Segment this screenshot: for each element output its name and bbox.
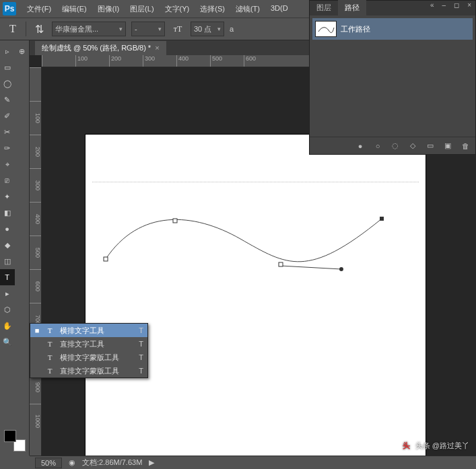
ruler-tick: 200 (30, 135, 41, 168)
tool-button[interactable]: ⎚ (0, 172, 15, 188)
ruler-tick: 1000 (30, 404, 41, 437)
document-tab[interactable]: 绘制虚线 @ 50% (路径, RGB/8) * × (35, 41, 166, 55)
tool-button[interactable]: ✋ (0, 318, 15, 334)
flyout-item[interactable]: T直排文字工具T (30, 337, 147, 351)
tool-button[interactable] (15, 269, 30, 285)
watermark: 头 头条 @路过美丫 (401, 439, 469, 452)
ruler-tick: 100 (30, 101, 41, 135)
tool-button[interactable]: ▭ (0, 59, 15, 75)
tool-button[interactable] (15, 140, 30, 156)
svg-rect-1 (104, 257, 108, 261)
panel-action-icon[interactable]: ▣ (442, 140, 454, 152)
min-icon[interactable]: – (440, 1, 448, 9)
tab-layers[interactable]: 图层 (310, 0, 338, 15)
flyout-item[interactable]: T直排文字蒙版工具T (30, 364, 147, 377)
tool-button[interactable] (15, 334, 30, 350)
tool-button[interactable]: ◯ (0, 75, 15, 92)
tool-button[interactable] (15, 301, 30, 318)
panel-action-icon[interactable]: ◌ (389, 140, 401, 152)
document-tab-title: 绘制虚线 @ 50% (路径, RGB/8) * (42, 43, 151, 53)
watermark-badge-icon: 头 (401, 439, 413, 452)
tool-button[interactable]: ⌖ (0, 156, 15, 172)
tool-button[interactable]: ▸ (0, 285, 15, 301)
tool-button[interactable] (15, 285, 30, 301)
font-size-icon: тT (170, 22, 185, 36)
tool-button[interactable] (15, 172, 30, 188)
tool-button[interactable]: ⊕ (15, 43, 30, 59)
tool-button[interactable] (15, 205, 30, 221)
anti-alias-label: a (230, 25, 234, 33)
tool-button[interactable]: ✑ (0, 140, 15, 156)
tool-button[interactable]: ✂ (0, 124, 15, 140)
tool-button[interactable]: ◫ (0, 253, 15, 269)
close-icon[interactable]: × (465, 1, 473, 9)
menu-item[interactable]: 文字(Y) (160, 1, 195, 17)
font-family-dropdown[interactable]: 华康俪金黑...▾ (52, 22, 126, 36)
path-thumb-icon (315, 21, 337, 37)
sync-icon[interactable]: ◉ (69, 458, 75, 467)
status-bar: 50% ◉ 文档:2.86M/7.63M ▶ (30, 456, 476, 469)
panel-action-icon[interactable]: ○ (372, 140, 384, 152)
tool-button[interactable] (15, 108, 30, 124)
tool-button[interactable]: ✐ (0, 108, 15, 124)
canvas[interactable] (86, 135, 426, 456)
tool-button[interactable] (15, 253, 30, 269)
menu-item[interactable]: 文件(F) (22, 1, 57, 17)
svg-rect-3 (279, 262, 283, 266)
tool-button[interactable] (15, 221, 30, 237)
orientation-icon[interactable]: ⇅ (32, 22, 46, 36)
font-size-dropdown[interactable]: 30 点▾ (191, 22, 224, 36)
tool-button[interactable]: ✦ (0, 188, 15, 205)
ruler-tick: 300 (30, 168, 41, 202)
menu-item[interactable]: 3D(D (265, 1, 294, 17)
menu-item[interactable]: 选择(S) (195, 1, 230, 17)
color-swatches[interactable] (4, 430, 26, 452)
tool-button[interactable]: ⬡ (0, 301, 15, 318)
tool-button[interactable] (15, 156, 30, 172)
help-icon[interactable]: « (428, 1, 436, 9)
ruler-tick: 100 (75, 55, 109, 67)
tool-button[interactable]: ◆ (0, 237, 15, 253)
fg-color-swatch[interactable] (4, 430, 16, 442)
tool-button[interactable]: ◧ (0, 205, 15, 221)
menu-item[interactable]: 滤镜(T) (230, 1, 265, 17)
tool-button[interactable]: ● (0, 221, 15, 237)
tool-button[interactable]: ▹ (0, 43, 15, 59)
font-size-value: 30 点 (194, 24, 211, 34)
path-curve[interactable] (86, 135, 426, 456)
tool-button[interactable]: 🔍 (0, 334, 15, 350)
panel-action-icon[interactable]: ● (354, 140, 366, 152)
window-controls: « – ◻ × (428, 1, 473, 9)
ruler-tick: 300 (143, 55, 176, 67)
ruler-tick: 600 (30, 269, 41, 303)
tool-button[interactable]: T (0, 269, 15, 285)
path-row[interactable]: 工作路径 (312, 18, 473, 40)
menu-item[interactable]: 编辑(E) (57, 1, 92, 17)
tools-panel: ▹⊕▭◯✎✐✂✑⌖⎚✦◧●◆◫T▸⬡✋🔍 (0, 40, 30, 456)
tool-button[interactable] (15, 237, 30, 253)
tool-button[interactable] (15, 59, 30, 75)
ruler-vertical: 1002003004005006007008009001000 (30, 67, 42, 456)
svg-line-0 (281, 266, 341, 269)
tool-button[interactable] (15, 124, 30, 140)
panel-action-icon[interactable]: ▭ (424, 140, 436, 152)
flyout-item[interactable]: T横排文字蒙版工具T (30, 351, 147, 364)
tool-button[interactable]: ✎ (0, 92, 15, 108)
tool-button[interactable] (15, 92, 30, 108)
tab-close-icon[interactable]: × (155, 44, 159, 52)
tool-button[interactable] (15, 188, 30, 205)
menu-item[interactable]: 图像(I) (92, 1, 125, 17)
flyout-arrow-icon[interactable]: ▶ (149, 458, 154, 467)
font-family-value: 华康俪金黑... (55, 24, 98, 34)
zoom-field[interactable]: 50% (35, 458, 62, 468)
ruler-tick: 500 (210, 55, 244, 67)
max-icon[interactable]: ◻ (452, 1, 461, 9)
font-style-dropdown[interactable]: -▾ (131, 22, 165, 36)
panel-action-icon[interactable]: ◇ (407, 140, 419, 152)
tool-button[interactable] (15, 75, 30, 92)
tool-button[interactable] (15, 318, 30, 334)
flyout-item[interactable]: ■T横排文字工具T (30, 324, 147, 337)
panel-action-icon[interactable]: 🗑 (459, 140, 471, 152)
tab-paths[interactable]: 路径 (338, 0, 366, 15)
menu-item[interactable]: 图层(L) (125, 1, 159, 17)
